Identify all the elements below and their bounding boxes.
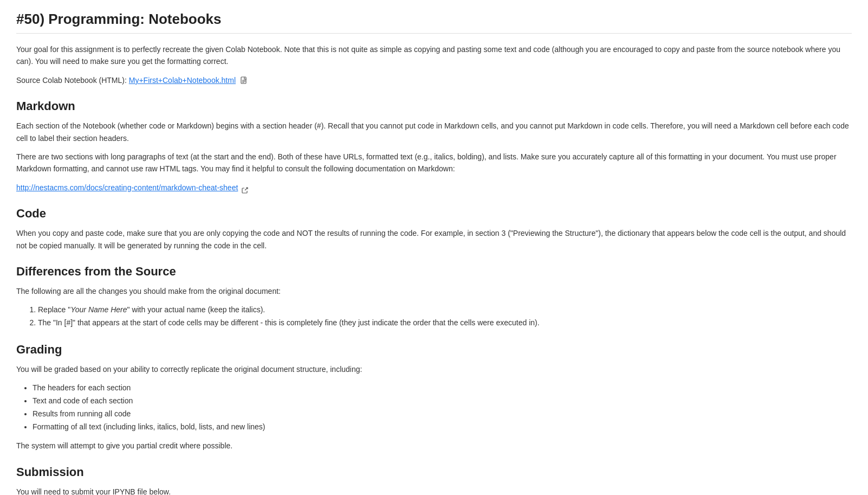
grading-heading: Grading [16, 343, 852, 357]
svg-line-4 [245, 188, 248, 190]
grading-intro: You will be graded based on your ability… [16, 363, 852, 375]
grading-outro: The system will attempt to give you part… [16, 440, 852, 452]
external-link-icon [242, 185, 248, 191]
markdown-para1: Each section of the Notebook (whether co… [16, 120, 852, 144]
differences-list-item-1: Replace "Your Name Here" with your actua… [38, 304, 852, 317]
differences-intro: The following are all the changes you sh… [16, 285, 852, 297]
differences-heading: Differences from the Source [16, 265, 852, 279]
source-line: Source Colab Notebook (HTML): My+First+C… [16, 74, 852, 86]
source-notebook-link[interactable]: My+First+Colab+Notebook.html [129, 76, 236, 85]
grading-list-item-1: The headers for each section [33, 382, 852, 395]
grading-list-item-4: Formatting of all text (including links,… [33, 421, 852, 434]
grading-list: The headers for each section Text and co… [33, 382, 852, 433]
markdown-link-para: http://nestacms.com/docs/creating-conten… [16, 182, 852, 194]
page-title: #50) Programming: Notebooks [16, 11, 852, 34]
submission-para: You will need to submit your IPYNB file … [16, 486, 852, 495]
grading-list-item-2: Text and code of each section [33, 395, 852, 408]
intro-paragraph: Your goal for this assignment is to perf… [16, 43, 852, 68]
code-para1: When you copy and paste code, make sure … [16, 227, 852, 252]
source-label: Source Colab Notebook (HTML): [16, 76, 129, 85]
italic-name: Your Name Here [70, 305, 127, 314]
code-heading: Code [16, 207, 852, 221]
differences-list: Replace "Your Name Here" with your actua… [38, 304, 852, 330]
submission-heading: Submission [16, 465, 852, 479]
markdown-para2: There are two sections with long paragra… [16, 151, 852, 175]
markdown-heading: Markdown [16, 99, 852, 113]
differences-list-item-2: The "In [#]" that appears at the start o… [38, 317, 852, 330]
grading-list-item-3: Results from running all code [33, 408, 852, 421]
markdown-cheatsheet-link[interactable]: http://nestacms.com/docs/creating-conten… [16, 183, 238, 192]
file-icon [240, 76, 249, 85]
